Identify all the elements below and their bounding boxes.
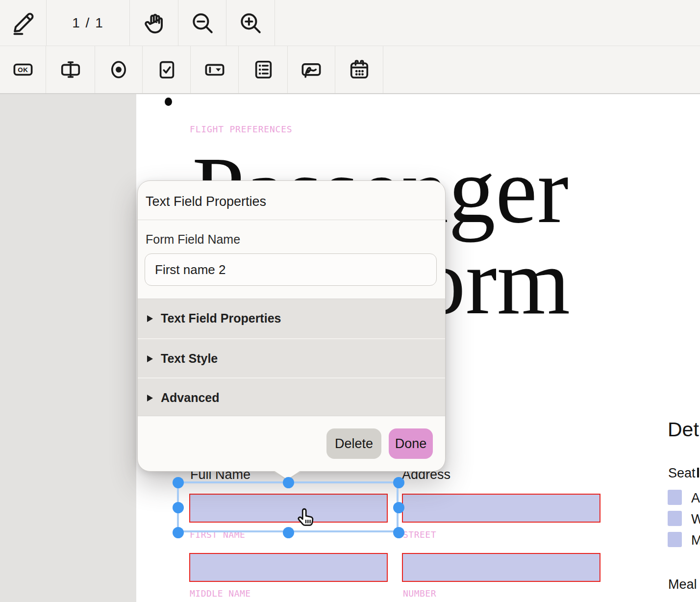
page-indicator: 1 / 1 <box>72 15 103 31</box>
selection-handle-top-center[interactable] <box>283 477 294 488</box>
selection-handle-bottom-left[interactable] <box>173 527 184 538</box>
details-heading: Det <box>668 418 699 441</box>
checkbox-field-icon <box>155 58 178 81</box>
signature-field-tool[interactable] <box>288 46 335 93</box>
radio-button-field-tool[interactable] <box>95 46 143 93</box>
dropdown-field-tool[interactable] <box>191 46 239 93</box>
radio-button-field-icon <box>107 58 130 81</box>
selection-handle-top-left[interactable] <box>173 477 184 488</box>
form-field-street[interactable] <box>402 494 600 523</box>
field-caption-number: NUMBER <box>403 588 436 599</box>
ok-button-field-tool[interactable]: OK <box>0 46 46 93</box>
form-field-number[interactable] <box>402 553 600 582</box>
bullet-dot <box>165 98 172 106</box>
clipped-letter-fragment <box>697 468 699 477</box>
accordion-label: Advanced <box>161 391 219 405</box>
selection-handle-mid-right[interactable] <box>393 502 404 513</box>
meal-label: Meal <box>668 577 697 592</box>
hand-pan-button[interactable] <box>130 0 178 46</box>
dialog-title: Text Field Properties <box>146 194 266 209</box>
edit-pen-icon <box>11 11 35 35</box>
selection-handle-bottom-right[interactable] <box>393 527 404 538</box>
zoom-in-icon <box>238 11 263 35</box>
zoom-out-button[interactable] <box>178 0 226 46</box>
dialog-accordion: Text Field Properties Text Style Advance… <box>138 299 445 416</box>
seat-label: Seat <box>668 466 696 481</box>
seat-option-label-3: M <box>691 533 700 548</box>
selection-rectangle <box>177 481 399 532</box>
chevron-right-icon <box>147 315 153 322</box>
signature-field-icon <box>300 58 323 81</box>
checkbox-field-tool[interactable] <box>143 46 191 93</box>
selection-handle-top-right[interactable] <box>393 477 404 488</box>
list-box-field-tool[interactable] <box>239 46 288 93</box>
toolbar: 1 / 1 <box>0 0 700 94</box>
svg-text:OK: OK <box>18 66 28 74</box>
section-label: FLIGHT PREFERENCES <box>190 124 292 134</box>
hand-pan-icon <box>142 11 166 35</box>
chevron-right-icon <box>147 395 153 401</box>
dropdown-field-icon <box>203 58 226 81</box>
date-field-icon <box>348 58 371 81</box>
ok-button-field-icon: OK <box>12 58 34 81</box>
accordion-text-field-properties[interactable]: Text Field Properties <box>138 299 445 338</box>
accordion-label: Text Field Properties <box>161 311 281 326</box>
form-field-name-label: Form Field Name <box>146 232 240 247</box>
field-caption-middle-name: MIDDLE NAME <box>190 588 251 599</box>
text-field-icon <box>59 58 82 81</box>
accordion-label: Text Style <box>161 351 218 366</box>
text-field-tool[interactable] <box>46 46 95 93</box>
zoom-in-button[interactable] <box>226 0 275 46</box>
page-indicator-cell: 1 / 1 <box>47 0 130 46</box>
selection-handle-bottom-center[interactable] <box>283 527 294 538</box>
edit-pen-button[interactable] <box>0 0 47 46</box>
field-caption-street: STREET <box>403 529 436 540</box>
form-field-middle-name[interactable] <box>189 553 388 582</box>
seat-option-label-2: W <box>691 512 700 527</box>
pointer-hand-cursor <box>295 506 318 531</box>
text-field-properties-dialog: Text Field Properties Form Field Name Te… <box>137 180 446 472</box>
dialog-header: Text Field Properties <box>138 181 445 220</box>
accordion-advanced[interactable]: Advanced <box>138 377 445 417</box>
date-field-tool[interactable] <box>335 46 383 93</box>
accordion-text-style[interactable]: Text Style <box>138 338 445 378</box>
list-box-field-icon <box>252 58 275 81</box>
selection-handle-mid-left[interactable] <box>173 502 184 513</box>
chevron-right-icon <box>147 355 153 362</box>
delete-button[interactable]: Delete <box>326 428 381 459</box>
seat-option-checkbox-3[interactable] <box>668 532 682 547</box>
done-button[interactable]: Done <box>389 428 433 459</box>
seat-option-checkbox-2[interactable] <box>668 511 682 526</box>
seat-option-checkbox-1[interactable] <box>668 490 682 505</box>
toolbar-row-fields: OK <box>0 46 700 94</box>
seat-option-label-1: A <box>691 491 700 506</box>
form-field-name-input[interactable] <box>145 253 437 286</box>
toolbar-row-primary: 1 / 1 <box>0 0 700 46</box>
zoom-out-icon <box>190 11 215 35</box>
